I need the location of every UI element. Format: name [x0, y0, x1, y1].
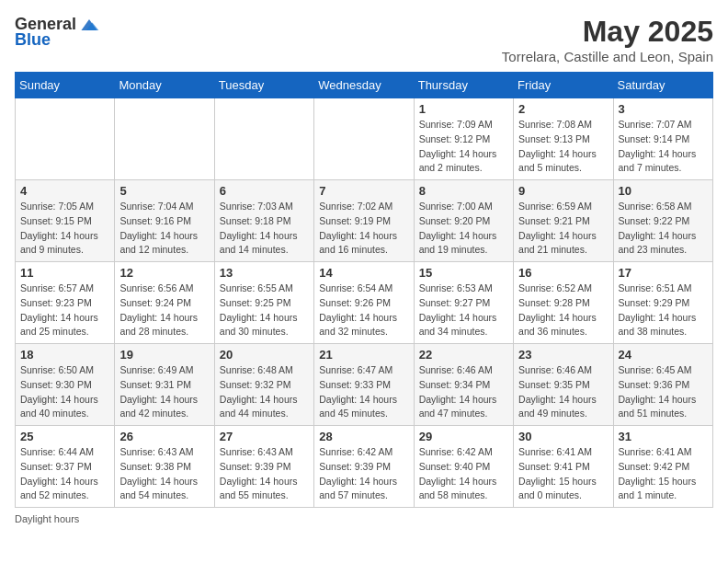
day-detail: Sunrise: 6:58 AM Sunset: 9:22 PM Dayligh… [619, 200, 708, 258]
day-number: 8 [419, 184, 508, 198]
calendar-cell: 30Sunrise: 6:41 AM Sunset: 9:41 PM Dayli… [514, 426, 613, 508]
day-number: 5 [119, 184, 209, 198]
day-number: 14 [319, 266, 408, 280]
daylight-hours-label: Daylight hours [15, 513, 79, 524]
calendar-cell: 29Sunrise: 6:42 AM Sunset: 9:40 PM Dayli… [414, 426, 513, 508]
calendar-week-row: 25Sunrise: 6:44 AM Sunset: 9:37 PM Dayli… [16, 426, 713, 508]
calendar-cell: 14Sunrise: 6:54 AM Sunset: 9:26 PM Dayli… [314, 262, 414, 344]
day-number: 15 [419, 266, 508, 280]
day-detail: Sunrise: 6:54 AM Sunset: 9:26 PM Dayligh… [319, 282, 408, 339]
calendar-cell: 5Sunrise: 7:04 AM Sunset: 9:16 PM Daylig… [115, 180, 214, 262]
day-number: 28 [319, 430, 408, 443]
calendar-cell: 23Sunrise: 6:46 AM Sunset: 9:35 PM Dayli… [514, 344, 613, 426]
footer-note: Daylight hours [15, 513, 713, 524]
header: General Blue May 2025 Torrelara, Castill… [15, 15, 713, 64]
title-area: May 2025 Torrelara, Castille and Leon, S… [502, 15, 713, 64]
column-header-monday: Monday [115, 73, 214, 98]
day-number: 29 [419, 430, 508, 443]
day-detail: Sunrise: 6:41 AM Sunset: 9:41 PM Dayligh… [518, 445, 608, 503]
day-detail: Sunrise: 6:47 AM Sunset: 9:33 PM Dayligh… [319, 363, 408, 421]
day-detail: Sunrise: 6:46 AM Sunset: 9:34 PM Dayligh… [419, 363, 508, 421]
day-detail: Sunrise: 6:44 AM Sunset: 9:37 PM Dayligh… [20, 445, 109, 503]
day-number: 16 [518, 266, 608, 280]
calendar-cell: 26Sunrise: 6:43 AM Sunset: 9:38 PM Dayli… [115, 426, 214, 508]
column-header-tuesday: Tuesday [214, 73, 313, 98]
calendar-cell: 27Sunrise: 6:43 AM Sunset: 9:39 PM Dayli… [214, 426, 313, 508]
day-detail: Sunrise: 6:41 AM Sunset: 9:42 PM Dayligh… [619, 445, 708, 503]
calendar-header-row: SundayMondayTuesdayWednesdayThursdayFrid… [16, 73, 713, 98]
calendar-cell: 9Sunrise: 6:59 AM Sunset: 9:21 PM Daylig… [514, 180, 613, 262]
day-detail: Sunrise: 6:57 AM Sunset: 9:23 PM Dayligh… [20, 282, 109, 339]
day-number: 26 [119, 430, 209, 443]
day-detail: Sunrise: 6:56 AM Sunset: 9:24 PM Dayligh… [119, 282, 209, 339]
calendar-table: SundayMondayTuesdayWednesdayThursdayFrid… [15, 72, 713, 508]
day-detail: Sunrise: 7:03 AM Sunset: 9:18 PM Dayligh… [220, 200, 309, 258]
day-number: 18 [20, 348, 109, 362]
day-number: 17 [619, 266, 708, 280]
calendar-cell: 13Sunrise: 6:55 AM Sunset: 9:25 PM Dayli… [214, 262, 313, 344]
day-number: 9 [518, 184, 608, 198]
column-header-sunday: Sunday [16, 73, 115, 98]
day-detail: Sunrise: 6:59 AM Sunset: 9:21 PM Dayligh… [518, 200, 608, 258]
calendar-cell: 3Sunrise: 7:07 AM Sunset: 9:14 PM Daylig… [613, 98, 712, 180]
calendar-cell [16, 98, 115, 180]
calendar-week-row: 18Sunrise: 6:50 AM Sunset: 9:30 PM Dayli… [16, 344, 713, 426]
calendar-cell: 18Sunrise: 6:50 AM Sunset: 9:30 PM Dayli… [16, 344, 115, 426]
day-number: 21 [319, 348, 408, 362]
day-detail: Sunrise: 7:09 AM Sunset: 9:12 PM Dayligh… [419, 118, 508, 176]
calendar-cell [115, 98, 214, 180]
logo: General Blue [15, 15, 100, 50]
calendar-cell: 28Sunrise: 6:42 AM Sunset: 9:39 PM Dayli… [314, 426, 414, 508]
day-detail: Sunrise: 7:05 AM Sunset: 9:15 PM Dayligh… [20, 200, 109, 258]
calendar-cell: 20Sunrise: 6:48 AM Sunset: 9:32 PM Dayli… [214, 344, 313, 426]
calendar-cell: 16Sunrise: 6:52 AM Sunset: 9:28 PM Dayli… [514, 262, 613, 344]
day-detail: Sunrise: 6:43 AM Sunset: 9:39 PM Dayligh… [220, 445, 309, 503]
calendar-week-row: 4Sunrise: 7:05 AM Sunset: 9:15 PM Daylig… [16, 180, 713, 262]
calendar-cell: 15Sunrise: 6:53 AM Sunset: 9:27 PM Dayli… [414, 262, 513, 344]
calendar-cell: 2Sunrise: 7:08 AM Sunset: 9:13 PM Daylig… [514, 98, 613, 180]
day-detail: Sunrise: 6:55 AM Sunset: 9:25 PM Dayligh… [220, 282, 309, 339]
day-number: 6 [220, 184, 309, 198]
calendar-cell: 8Sunrise: 7:00 AM Sunset: 9:20 PM Daylig… [414, 180, 513, 262]
day-detail: Sunrise: 7:02 AM Sunset: 9:19 PM Dayligh… [319, 200, 408, 258]
day-number: 19 [119, 348, 209, 362]
day-number: 4 [20, 184, 109, 198]
day-number: 22 [419, 348, 508, 362]
day-detail: Sunrise: 6:50 AM Sunset: 9:30 PM Dayligh… [20, 363, 109, 421]
day-detail: Sunrise: 7:04 AM Sunset: 9:16 PM Dayligh… [119, 200, 209, 258]
calendar-cell: 25Sunrise: 6:44 AM Sunset: 9:37 PM Dayli… [16, 426, 115, 508]
day-number: 27 [220, 430, 309, 443]
column-header-saturday: Saturday [613, 73, 712, 98]
column-header-friday: Friday [514, 73, 613, 98]
day-detail: Sunrise: 6:46 AM Sunset: 9:35 PM Dayligh… [518, 363, 608, 421]
calendar-cell: 24Sunrise: 6:45 AM Sunset: 9:36 PM Dayli… [613, 344, 712, 426]
calendar-cell: 31Sunrise: 6:41 AM Sunset: 9:42 PM Dayli… [613, 426, 712, 508]
day-detail: Sunrise: 6:49 AM Sunset: 9:31 PM Dayligh… [119, 363, 209, 421]
calendar-cell: 21Sunrise: 6:47 AM Sunset: 9:33 PM Dayli… [314, 344, 414, 426]
calendar-cell: 7Sunrise: 7:02 AM Sunset: 9:19 PM Daylig… [314, 180, 414, 262]
calendar-cell: 4Sunrise: 7:05 AM Sunset: 9:15 PM Daylig… [16, 180, 115, 262]
day-detail: Sunrise: 6:48 AM Sunset: 9:32 PM Dayligh… [220, 363, 309, 421]
day-number: 20 [220, 348, 309, 362]
calendar-week-row: 11Sunrise: 6:57 AM Sunset: 9:23 PM Dayli… [16, 262, 713, 344]
day-detail: Sunrise: 6:42 AM Sunset: 9:40 PM Dayligh… [419, 445, 508, 503]
column-header-wednesday: Wednesday [314, 73, 414, 98]
day-number: 7 [319, 184, 408, 198]
day-number: 31 [619, 430, 708, 443]
day-number: 25 [20, 430, 109, 443]
month-title: May 2025 [502, 15, 713, 49]
calendar-cell: 11Sunrise: 6:57 AM Sunset: 9:23 PM Dayli… [16, 262, 115, 344]
location-title: Torrelara, Castille and Leon, Spain [502, 49, 713, 64]
calendar-cell: 1Sunrise: 7:09 AM Sunset: 9:12 PM Daylig… [414, 98, 513, 180]
logo-text-blue: Blue [15, 30, 51, 50]
calendar-cell: 17Sunrise: 6:51 AM Sunset: 9:29 PM Dayli… [613, 262, 712, 344]
day-number: 2 [518, 102, 608, 116]
day-detail: Sunrise: 6:51 AM Sunset: 9:29 PM Dayligh… [619, 282, 708, 339]
logo-icon [78, 16, 100, 34]
day-detail: Sunrise: 6:45 AM Sunset: 9:36 PM Dayligh… [619, 363, 708, 421]
day-detail: Sunrise: 6:43 AM Sunset: 9:38 PM Dayligh… [119, 445, 209, 503]
calendar-cell: 22Sunrise: 6:46 AM Sunset: 9:34 PM Dayli… [414, 344, 513, 426]
day-detail: Sunrise: 7:07 AM Sunset: 9:14 PM Dayligh… [619, 118, 708, 176]
day-number: 12 [119, 266, 209, 280]
calendar-cell: 6Sunrise: 7:03 AM Sunset: 9:18 PM Daylig… [214, 180, 313, 262]
